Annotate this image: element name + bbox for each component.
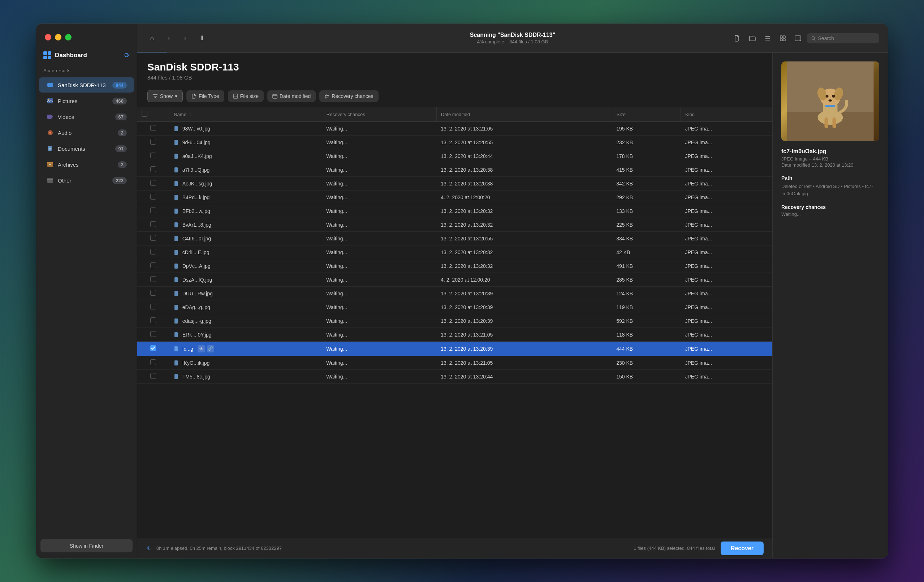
table-row[interactable]: AeJK...sg.jpgWaiting...13. 2. 2020 at 13… [137,177,772,190]
content-area: SanDisk SDDR-113 844 files / 1,08 GB Sho… [137,53,888,558]
row-checkbox[interactable] [150,125,156,131]
sidebar-item-documents[interactable]: Documents 91 [39,141,134,156]
row-checkbox-cell[interactable] [137,136,169,149]
row-checkbox-cell[interactable] [137,163,169,177]
row-checkbox[interactable] [150,139,156,145]
row-checkbox[interactable] [150,276,156,282]
recovery-column-header[interactable]: Recovery chances [322,107,436,122]
row-checkbox[interactable] [150,359,156,365]
table-row[interactable]: a0aJ...K4.jpgWaiting...13. 2. 2020 at 13… [137,149,772,163]
size-column-header[interactable]: Size [612,107,681,122]
close-button[interactable] [45,34,51,40]
row-checkbox-cell[interactable] [137,300,169,314]
row-checkbox[interactable] [150,194,156,200]
row-checkbox[interactable] [150,304,156,309]
sidebar-item-other[interactable]: Other 222 [39,173,134,188]
sidebar-item-pictures[interactable]: Pictures 460 [39,93,134,108]
table-row[interactable]: DszA...fQ.jpgWaiting...4. 2. 2020 at 12:… [137,273,772,287]
table-row[interactable]: fKyO...ik.jpgWaiting...13. 2. 2020 at 13… [137,356,772,370]
table-row[interactable]: BFb2...w.jpgWaiting...13. 2. 2020 at 13:… [137,204,772,218]
select-all-checkbox[interactable] [142,111,147,117]
row-size-cell: 230 KB [612,356,681,370]
row-checkbox-cell[interactable] [137,259,169,273]
row-checkbox-cell[interactable] [137,177,169,190]
home-button[interactable]: ⌂ [146,32,158,45]
table-row[interactable]: B4Pd...k.jpgWaiting...4. 2. 2020 at 12:0… [137,190,772,204]
check-column-header[interactable] [137,107,169,122]
table-row[interactable]: DUU...Rw.jpgWaiting...13. 2. 2020 at 13:… [137,287,772,300]
recover-button[interactable]: Recover [721,542,764,555]
recovery-chances-filter-button[interactable]: Recovery chances [319,90,378,102]
table-row[interactable]: edasj...-g.jpgWaiting...13. 2. 2020 at 1… [137,314,772,328]
table-row[interactable]: BvAr1...8.jpgWaiting...13. 2. 2020 at 13… [137,218,772,232]
name-column-header[interactable]: Name ↑ [169,107,322,122]
table-row[interactable]: a7fi9...Q.jpgWaiting...13. 2. 2020 at 13… [137,163,772,177]
sidebar-item-videos[interactable]: Videos 67 [39,109,134,124]
row-checkbox[interactable] [150,152,156,158]
row-checkbox-cell[interactable] [137,149,169,163]
pause-button[interactable]: ⏸ [196,32,208,45]
file-type-filter-button[interactable]: File Type [186,90,224,102]
sidebar-item-sandisk[interactable]: SanDisk SDDR-113 844 [39,78,134,93]
folder-icon-button[interactable] [746,32,759,45]
row-kind-cell: JPEG ima... [681,218,772,232]
minimize-button[interactable] [55,34,61,40]
search-box[interactable] [807,33,879,43]
table-row[interactable]: DpVc...A.jpgWaiting...13. 2. 2020 at 13:… [137,259,772,273]
sidebar-item-audio[interactable]: Audio 2 [39,125,134,140]
kind-column-header[interactable]: Kind [681,107,772,122]
row-checkbox-cell[interactable] [137,356,169,370]
table-row[interactable]: C4II6...0I.jpgWaiting...13. 2. 2020 at 1… [137,232,772,245]
row-size-cell: 415 KB [612,163,681,177]
date-column-header[interactable]: Date modified [436,107,612,122]
file-table-container[interactable]: Name ↑ Recovery chances Date modified [137,107,772,538]
table-row[interactable]: 98W...x0.jpgWaiting...13. 2. 2020 at 13:… [137,122,772,136]
sidebar-item-archives[interactable]: Archives 2 [39,157,134,172]
table-row[interactable]: eDAg...g.jpgWaiting...13. 2. 2020 at 13:… [137,300,772,314]
row-checkbox-cell[interactable] [137,122,169,136]
row-checkbox[interactable] [150,166,156,172]
file-size-filter-button[interactable]: File size [228,90,264,102]
row-checkbox-cell[interactable] [137,204,169,218]
show-in-finder-button[interactable]: Show in Finder [40,539,132,552]
panel-toggle-button[interactable] [792,32,804,45]
row-checkbox-cell[interactable] [137,287,169,300]
row-checkbox[interactable] [150,180,156,186]
row-checkbox-cell[interactable] [137,190,169,204]
row-checkbox-cell[interactable] [137,370,169,384]
grid-view-button[interactable] [777,32,789,45]
row-checkbox[interactable] [150,317,156,323]
file-icon-button[interactable] [731,32,743,45]
row-checkbox[interactable] [150,290,156,296]
row-checkbox[interactable] [150,221,156,227]
table-row[interactable]: fc...g 👁 🔗 Waiting...13. 2. 2020 at 13:2… [137,342,772,356]
date-modified-filter-button[interactable]: Date modified [267,90,316,102]
back-button[interactable]: ‹ [163,32,175,45]
table-row[interactable]: cDrlii...E.jpgWaiting...13. 2. 2020 at 1… [137,245,772,259]
table-row[interactable]: ERk-...0Y.jpgWaiting...13. 2. 2020 at 13… [137,328,772,342]
table-row[interactable]: 9d-6...04.jpgWaiting...13. 2. 2020 at 13… [137,136,772,149]
maximize-button[interactable] [65,34,71,40]
search-input[interactable] [818,35,875,41]
row-checkbox[interactable] [150,263,156,268]
row-checkbox-cell[interactable] [137,245,169,259]
link-icon[interactable]: 🔗 [207,345,214,352]
row-checkbox[interactable] [150,373,156,379]
row-checkbox[interactable] [150,207,156,213]
row-checkbox[interactable] [150,331,156,337]
row-checkbox-cell[interactable] [137,314,169,328]
row-checkbox[interactable] [150,235,156,241]
row-checkbox-cell[interactable] [137,218,169,232]
show-filter-button[interactable]: Show ▾ [147,90,183,102]
row-checkbox[interactable] [150,249,156,255]
row-checkbox-cell[interactable] [137,273,169,287]
row-checkbox-cell[interactable] [137,328,169,342]
row-checkbox-cell[interactable] [137,342,169,356]
drive-icon [46,81,54,89]
eye-icon[interactable]: 👁 [198,345,205,352]
list-view-button[interactable] [761,32,774,45]
forward-button[interactable]: › [179,32,191,45]
row-checkbox-cell[interactable] [137,232,169,245]
table-row[interactable]: FM5...8c.jpgWaiting...13. 2. 2020 at 13:… [137,370,772,384]
dashboard-label[interactable]: Dashboard [43,51,87,59]
